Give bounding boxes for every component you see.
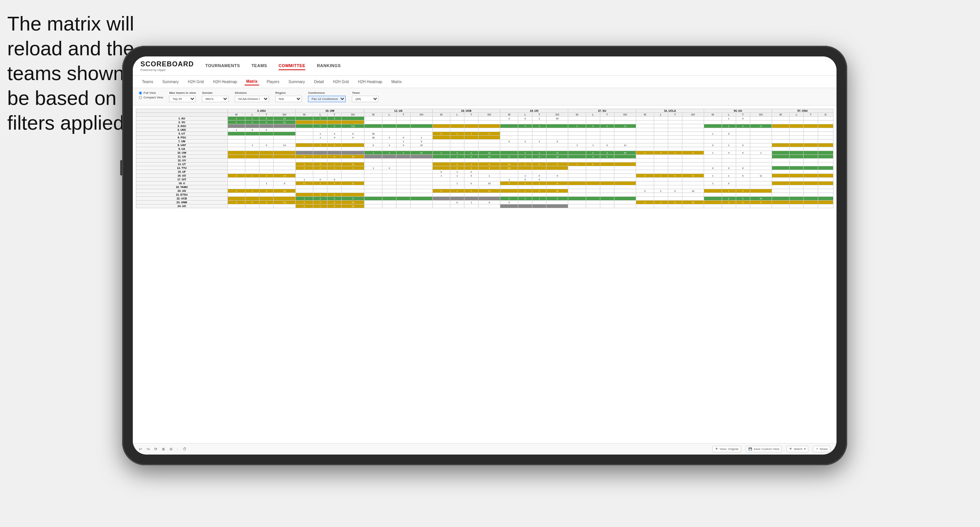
table-row: 22. UCB130300103044 [136,197,833,201]
matrix-cell [668,170,682,174]
row-label: 11. UA [136,155,228,159]
region-select[interactable]: N/A East West [275,96,302,102]
matrix-cell: 11 [614,143,636,147]
matrix-cell: 1 [397,140,411,143]
matrix-cell [704,185,722,189]
matrix-cell: 0 [668,174,682,178]
matrix-cell [464,178,478,182]
matrix-cell: 1 [464,132,478,136]
matrix-cell [342,159,364,162]
matrix-cell [500,121,518,124]
matrix-cell [614,155,636,159]
view-mode-group: Full View Compact View [139,91,163,99]
matrix-content[interactable]: 3. ASU 10. UW 11. UA 22. UCB 24. UO 27. … [133,106,837,443]
matrix-cell [245,170,260,174]
matrix-cell [479,121,500,124]
matrix-cell [364,182,382,185]
matrix-cell [364,178,382,182]
matrix-cell [654,124,668,128]
matrix-cell [479,140,500,143]
sub-nav-summary1[interactable]: Summary [161,79,180,85]
conference-select[interactable]: Pac-12 Conference (All) ACC SEC [308,96,346,102]
nav-committee[interactable]: COMMITTEE [279,62,306,70]
compact-view-radio[interactable]: Compact View [139,96,163,99]
matrix-cell [804,162,818,166]
matrix-cell [432,136,450,140]
matrix-cell [614,197,636,201]
matrix-cell [382,178,397,182]
matrix-cell [600,193,614,197]
sub-nav-teams[interactable]: Teams [140,79,155,85]
sub-nav-h2hgrid1[interactable]: H2H Grid [186,79,205,85]
watch-btn[interactable]: 👁 Watch ▾ [787,446,808,452]
matrix-cell [586,197,600,201]
matrix-cell [600,159,614,162]
zoom-in-icon[interactable]: ⊕ [162,447,165,451]
refresh-icon[interactable]: ⟳ [154,447,157,451]
matrix-cell [295,170,313,174]
matrix-cell: 15 [411,143,432,147]
matrix-cell [342,189,364,193]
save-custom-view-btn[interactable]: 💾 Save Custom View [746,446,782,452]
gender-label: Gender [202,91,229,95]
dot-icon: · [177,447,178,451]
matrix-cell [704,155,722,159]
region-filter: Region N/A East West [275,91,302,102]
matrix-cell: 2 [450,162,464,166]
matrix-cell [364,201,382,204]
timer-icon[interactable]: ⏱ [183,447,187,451]
matrix-cell [342,193,364,197]
matrix-cell [772,170,789,174]
matrix-cell [450,121,464,124]
zoom-out-icon[interactable]: ⊖ [169,447,172,451]
sub-nav-detail[interactable]: Detail [313,79,326,85]
sub-nav-matrix1[interactable]: Matrix [245,78,259,85]
matrix-cell [636,121,654,124]
matrix-cell [818,162,833,166]
matrix-cell [342,170,364,174]
matrix-cell [736,182,750,185]
division-select[interactable]: NCAA Division I NCAA Division II [235,96,269,102]
table-row: 10. UW130W130324172506620101451 [136,151,833,155]
matrix-cell [818,159,833,162]
team-select[interactable]: (All) [352,96,379,102]
sub-nav-h2hheatmap2[interactable]: H2H Heatmap [356,79,384,85]
matrix-cell [614,178,636,182]
matrix-cell [464,197,478,201]
share-btn[interactable]: ↗ Share [813,446,830,452]
matrix-cell: 0 [411,140,432,143]
gender-select[interactable]: Men's Women's [202,96,229,102]
nav-rankings[interactable]: RANKINGS [317,62,341,70]
matrix-cell [568,166,586,170]
undo-icon[interactable]: ↩ [139,447,142,451]
sub-nav-h2hgrid2[interactable]: H2H Grid [331,79,350,85]
nav-tournaments[interactable]: TOURNAMENTS [205,62,240,70]
matrix-cell [364,147,382,151]
matrix-cell [397,204,411,208]
matrix-cell [245,204,260,208]
matrix-cell: 1 [260,182,274,185]
sub-nav-summary2[interactable]: Summary [287,79,306,85]
max-teams-select[interactable]: Top 25 Top 10 All [169,96,196,102]
redo-icon[interactable]: ↪ [147,447,150,451]
sub-nav-h2hheatmap1[interactable]: H2H Heatmap [211,79,239,85]
row-label: 23. UNM [136,201,228,204]
sub-nav-matrix2[interactable]: Matrix [390,79,403,85]
matrix-cell: 1 [342,166,364,170]
nav-teams[interactable]: TEAMS [251,62,267,70]
sub-l-asu: L [245,113,260,117]
matrix-cell: 2 [295,162,313,166]
matrix-cell [704,117,722,121]
matrix-cell [432,147,450,151]
sub-nav-players[interactable]: Players [265,79,281,85]
matrix-cell [450,193,464,197]
view-original-btn[interactable]: 👁 View: Original [712,446,741,452]
matrix-cell [568,132,586,136]
matrix-cell: 0 [260,201,274,204]
matrix-cell [818,189,833,193]
matrix-cell [586,185,600,189]
matrix-cell [636,159,654,162]
matrix-cell [313,174,327,178]
matrix-cell [818,143,833,147]
full-view-radio[interactable]: Full View [139,91,163,95]
